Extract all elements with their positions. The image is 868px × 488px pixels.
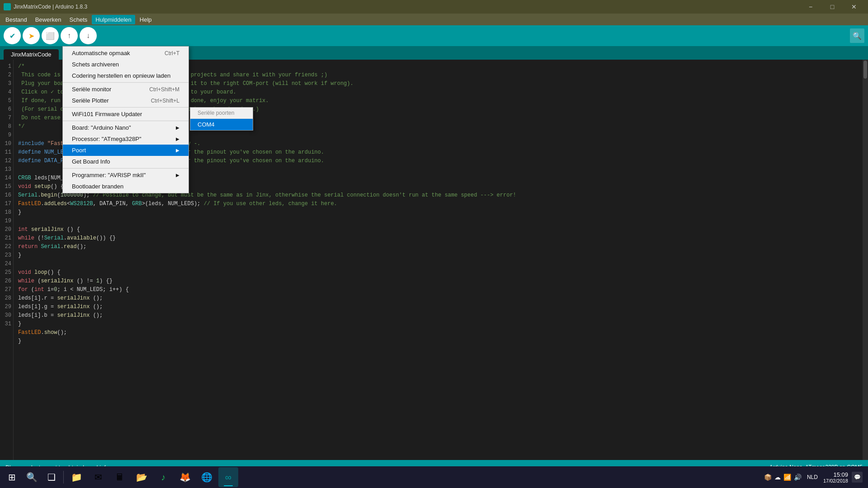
title-section: JinxMatrixCode | Arduino 1.8.3 <box>4 3 87 10</box>
menu-seriele-monitor[interactable]: Seriële monitor Ctrl+Shift+M <box>63 84 189 95</box>
tray-icon-sound[interactable]: 🔊 <box>794 474 802 481</box>
menu-help[interactable]: Help <box>136 15 156 24</box>
save-button[interactable]: ↓ <box>80 27 97 44</box>
toolbar: ✔ ➤ ⬜ ↑ ↓ 🔍 <box>0 25 868 46</box>
line-numbers: 12345 678910 1112131415 1617181920 21222… <box>0 60 14 460</box>
tab-label: JinxMatrixCode <box>11 51 52 58</box>
port-submenu: Seriële poorten COM4 <box>190 107 253 131</box>
tray-lang[interactable]: NLD <box>805 474 820 480</box>
taskbar-app-spotify[interactable]: ♪ <box>153 467 173 487</box>
menu-programmer[interactable]: Programmer: "AVRISP mkII" ▶ <box>63 169 189 181</box>
app-icon <box>4 3 11 10</box>
menu-bestand[interactable]: Bestand <box>2 15 31 24</box>
menu-section-1: Automatische opmaak Ctrl+T Schets archiv… <box>63 47 189 82</box>
system-tray: 📦 ☁ 📶 🔊 NLD 15:09 17/02/2018 💬 <box>760 471 866 483</box>
menu-processor[interactable]: Processor: "ATmega328P" ▶ <box>63 133 189 145</box>
upload-button[interactable]: ➤ <box>23 27 40 44</box>
clock-time: 15:09 <box>823 471 848 478</box>
verify-button[interactable]: ✔ <box>4 27 21 44</box>
menu-get-board-info[interactable]: Get Board Info <box>63 156 189 167</box>
menu-board[interactable]: Board: "Arduino Nano" ▶ <box>63 122 189 133</box>
close-button[interactable]: ✕ <box>844 0 864 14</box>
menu-schets-archiveren[interactable]: Schets archiveren <box>63 59 189 70</box>
start-button[interactable]: ⊞ <box>2 467 22 487</box>
app-active-indicator <box>224 485 233 486</box>
notification-button[interactable]: 💬 <box>852 472 863 483</box>
clock-date: 17/02/2018 <box>823 478 848 483</box>
vertical-scrollbar[interactable] <box>863 60 868 460</box>
menu-section-4: Board: "Arduino Nano" ▶ Processor: "ATme… <box>63 121 189 168</box>
taskbar-app-arduino[interactable]: ∞ <box>218 467 238 487</box>
system-clock[interactable]: 15:09 17/02/2018 <box>823 471 848 483</box>
menu-bewerken[interactable]: Bewerken <box>32 15 65 24</box>
menu-schets[interactable]: Schets <box>66 15 91 24</box>
menu-codering-herstellen[interactable]: Codering herstellen en opnieuw laden <box>63 70 189 81</box>
menubar: Bestand Bewerken Schets Hulpmiddelen Hel… <box>0 14 868 25</box>
task-view-button[interactable]: ❑ <box>42 467 61 487</box>
menu-section-5: Programmer: "AVRISP mkII" ▶ Bootloader b… <box>63 168 189 193</box>
window-title: JinxMatrixCode | Arduino 1.8.3 <box>14 4 87 10</box>
tab-jinxmatrixcode[interactable]: JinxMatrixCode <box>4 49 59 60</box>
port-com4[interactable]: COM4 <box>190 119 253 130</box>
search-button[interactable]: 🔍 <box>850 28 864 43</box>
menu-hulpmiddelen[interactable]: Hulpmiddelen <box>92 15 135 24</box>
new-button[interactable]: ⬜ <box>42 27 59 44</box>
scroll-thumb[interactable] <box>863 61 867 79</box>
taskbar-separator <box>63 471 64 483</box>
tray-icon-wifi[interactable]: 📶 <box>783 474 791 481</box>
taskbar-app-calc[interactable]: 🖩 <box>110 467 130 487</box>
taskbar-app-mail[interactable]: ✉ <box>88 467 108 487</box>
taskbar-app-chrome[interactable]: 🌐 <box>197 467 217 487</box>
tray-icon-dropbox[interactable]: 📦 <box>764 474 772 481</box>
menu-wifi101[interactable]: WiFi101 Firmware Updater <box>63 108 189 120</box>
taskbar-app-explorer[interactable]: 📁 <box>66 467 86 487</box>
menu-section-3: WiFi101 Firmware Updater <box>63 107 189 121</box>
menu-section-2: Seriële monitor Ctrl+Shift+M Seriële Plo… <box>63 82 189 107</box>
minimize-button[interactable]: − <box>800 0 821 14</box>
menu-bootloader[interactable]: Bootloader branden <box>63 181 189 192</box>
taskbar-app-files[interactable]: 📂 <box>132 467 151 487</box>
menu-seriele-plotter[interactable]: Seriële Plotter Ctrl+Shift+L <box>63 95 189 106</box>
tray-icon-cloud[interactable]: ☁ <box>774 474 781 481</box>
window-controls: − □ ✕ <box>800 0 864 14</box>
hulpmiddelen-menu: Automatische opmaak Ctrl+T Schets archiv… <box>62 46 189 193</box>
taskbar: ⊞ 🔍 ❑ 📁 ✉ 🖩 📂 ♪ 🦊 🌐 ∞ 📦 ☁ 📶 🔊 NLD 15:09 <box>0 466 868 488</box>
seriele-poorten-header: Seriële poorten <box>190 108 253 119</box>
titlebar: JinxMatrixCode | Arduino 1.8.3 − □ ✕ <box>0 0 868 14</box>
open-button[interactable]: ↑ <box>61 27 78 44</box>
tray-icons: 📦 ☁ 📶 🔊 <box>764 474 802 481</box>
maximize-button[interactable]: □ <box>822 0 843 14</box>
menu-poort[interactable]: Poort ▶ <box>63 145 189 156</box>
menu-auto-opmaak[interactable]: Automatische opmaak Ctrl+T <box>63 47 189 59</box>
search-taskbar-button[interactable]: 🔍 <box>22 467 42 487</box>
taskbar-app-firefox[interactable]: 🦊 <box>175 467 195 487</box>
